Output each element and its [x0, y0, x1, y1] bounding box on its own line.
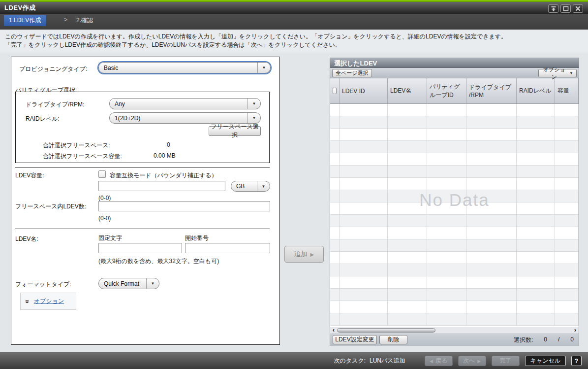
table-cell [427, 289, 466, 301]
ldev-capacity-input[interactable] [98, 181, 225, 191]
table-cell [340, 301, 388, 313]
table-cell [427, 116, 466, 129]
table-cell [466, 239, 517, 252]
table-cell [340, 276, 388, 289]
table-cell [466, 313, 517, 326]
ldev-table-header: LDEV ID LDEV名 パリティグループID ドライブタイプ /RPM RA… [330, 78, 579, 104]
fixed-chars-input[interactable] [98, 243, 182, 253]
close-button[interactable] [573, 4, 583, 13]
table-cell [555, 104, 579, 116]
cancel-button[interactable]: キャンセル [525, 356, 566, 366]
start-number-input[interactable] [185, 243, 270, 253]
raid-level-select[interactable]: 1(2D+2D) ▼ [109, 112, 261, 124]
provisioning-type-select[interactable]: Basic ▼ [98, 62, 271, 73]
table-cell [330, 239, 340, 252]
table-row [330, 239, 579, 252]
column-header-drive-type[interactable]: ドライブタイプ /RPM [466, 78, 517, 104]
horizontal-scrollbar[interactable]: ‹ › [330, 327, 579, 334]
ldev-name-hint: (最大9桁の数を含め、最大32文字。空白も可) [98, 257, 219, 266]
change-ldev-settings-button[interactable]: LDEV設定変更 [333, 335, 377, 344]
table-cell [517, 289, 555, 301]
drive-type-select[interactable]: Any ▼ [109, 98, 261, 109]
table-cell [555, 202, 579, 215]
table-cell [340, 190, 388, 202]
select-all-pages-button[interactable]: 全ページ選択 [332, 69, 372, 77]
column-header-raid-level[interactable]: RAIDレベル [517, 78, 555, 104]
ldev-form-panel: プロビジョニングタイプ: Basic ▼ パリティグループ選択: ドライブタイプ… [11, 57, 280, 345]
window-controls [548, 4, 583, 13]
capacity-unit-select[interactable]: GB ▼ [231, 181, 270, 192]
finish-button[interactable]: 完了 [492, 356, 520, 366]
table-cell [388, 141, 427, 153]
selected-ldev-toolbar: 全ページ選択 オプション ▼ [330, 68, 579, 78]
table-cell [330, 276, 340, 289]
table-cell [427, 227, 466, 239]
total-free-space-label: 合計選択フリースペース: [43, 141, 110, 150]
table-row [330, 104, 579, 116]
table-cell [466, 276, 517, 289]
table-cell [427, 104, 466, 116]
ldev-table-body: No Data [330, 104, 579, 327]
table-row [330, 202, 579, 215]
table-cell [388, 166, 427, 178]
table-cell [427, 141, 466, 153]
section-divider [15, 167, 270, 168]
table-cell [466, 129, 517, 141]
capacity-compat-checkbox[interactable] [98, 170, 106, 178]
table-cell [388, 104, 427, 116]
arrow-up-to-bar-icon [551, 6, 557, 12]
table-cell [330, 166, 340, 178]
table-cell [517, 239, 555, 252]
help-button[interactable]: ? [571, 356, 582, 366]
table-cell [330, 227, 340, 239]
column-header-ldev-id[interactable]: LDEV ID [340, 78, 388, 104]
table-cell [340, 129, 388, 141]
table-cell [340, 215, 388, 227]
column-header-capacity[interactable]: 容量 [555, 78, 579, 104]
table-cell [330, 215, 340, 227]
dialog-title: LDEV作成 [0, 3, 36, 12]
options-link[interactable]: オプション [34, 297, 64, 305]
table-cell [555, 116, 579, 129]
column-header-ldev-name[interactable]: LDEV名 [388, 78, 427, 104]
table-row [330, 153, 579, 166]
back-button[interactable]: ◀ 戻る [425, 356, 453, 366]
scroll-left-icon[interactable]: ‹ [331, 327, 337, 334]
table-cell [340, 202, 388, 215]
format-type-select[interactable]: Quick Format ▼ [98, 278, 159, 289]
select-all-checkbox[interactable] [333, 88, 337, 94]
next-task: 次のタスク: LUNパス追加 [334, 357, 405, 365]
start-number-label: 開始番号 [185, 234, 209, 242]
popout-window-button[interactable] [548, 4, 558, 13]
table-row [330, 264, 579, 276]
table-cell [466, 104, 517, 116]
scroll-right-icon[interactable]: › [572, 327, 578, 334]
table-cell [517, 166, 555, 178]
add-button[interactable]: 追加 ▶ [284, 246, 324, 263]
options-expander[interactable]: » オプション [20, 293, 76, 310]
drive-type-label: ドライブタイプ/RPM: [26, 101, 84, 109]
delete-button[interactable]: 削除 [379, 335, 407, 344]
scrollbar-thumb[interactable] [337, 328, 435, 333]
raid-level-label: RAIDレベル: [26, 115, 60, 123]
table-cell [555, 141, 579, 153]
ldev-count-input[interactable] [98, 201, 270, 211]
close-icon [575, 6, 581, 11]
table-cell [388, 264, 427, 276]
fixed-chars-label: 固定文字 [98, 234, 122, 242]
table-cell [517, 252, 555, 264]
table-cell [517, 227, 555, 239]
maximize-button[interactable] [560, 4, 571, 13]
table-cell [388, 202, 427, 215]
table-cell [330, 129, 340, 141]
table-cell [340, 141, 388, 153]
select-free-space-button[interactable]: フリースペース選択 [209, 126, 261, 136]
column-header-parity-group-id[interactable]: パリティグループID [427, 78, 466, 104]
table-options-button[interactable]: オプション ▼ [538, 69, 577, 77]
table-cell [555, 264, 579, 276]
next-button[interactable]: 次へ ▶ [458, 356, 486, 366]
table-row [330, 313, 579, 326]
table-cell [330, 116, 340, 129]
table-cell [517, 129, 555, 141]
finish-button-label: 完了 [499, 357, 511, 365]
